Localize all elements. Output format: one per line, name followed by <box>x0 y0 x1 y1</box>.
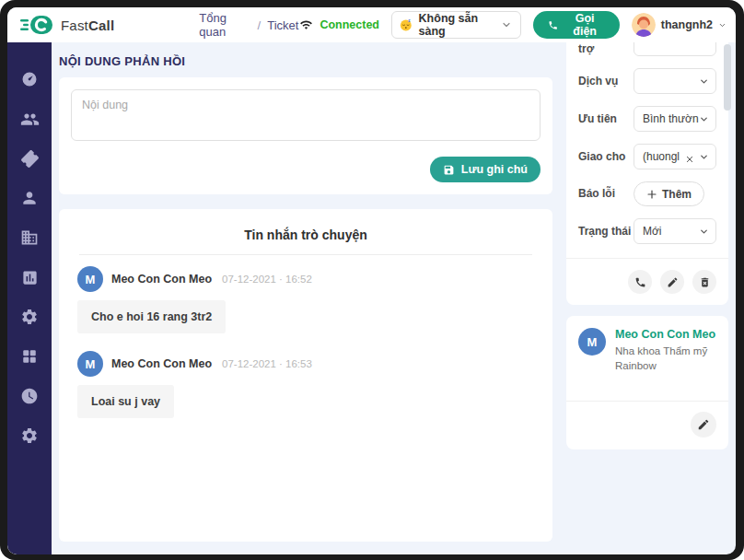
username-label: thangnh2 <box>661 18 713 31</box>
field-row-status: Trạng thái Mới <box>578 218 716 244</box>
breadcrumb-overview[interactable]: Tổng quan <box>199 11 250 39</box>
breadcrumb-separator: / <box>258 18 262 32</box>
field-row-error: Báo lỗi Thêm <box>578 181 716 206</box>
phone-icon <box>548 19 558 31</box>
field-row-assignee: Giao cho (huongl <box>578 144 716 169</box>
contact-name[interactable]: Meo Con Con Meo <box>615 328 715 341</box>
report-icon[interactable] <box>19 267 40 287</box>
chevron-down-icon <box>501 19 512 30</box>
contact-organization: Nha khoa Thẩm mỹ Rainbow <box>615 344 712 373</box>
field-label: Báo lỗi <box>578 187 634 201</box>
user-avatar <box>632 13 656 37</box>
contact-avatar: M <box>578 328 606 356</box>
ticket-actions <box>578 270 716 294</box>
priority-value: Bình thườn <box>643 112 699 125</box>
message-timestamp: 07-12-2021 · 16:52 <box>222 274 312 285</box>
save-note-label: Lưu ghi chú <box>461 163 528 176</box>
assignee-value: (huongl <box>643 150 686 163</box>
status-value: Mới <box>643 225 699 238</box>
window-frame: FastCall Tổng quan / Ticket Connected <box>0 0 744 560</box>
field-label: trợ <box>578 42 634 56</box>
message-timestamp: 07-12-2021 · 16:53 <box>222 358 312 369</box>
call-button[interactable]: Gọi điện <box>533 11 619 39</box>
apps-grid-icon[interactable] <box>19 346 40 367</box>
header-actions: Connected z Không sẵn sàng Gọi điệ <box>298 11 727 39</box>
config-gear-icon[interactable] <box>19 426 40 446</box>
chevron-down-icon <box>699 227 709 237</box>
fastcall-logo-icon <box>20 14 55 36</box>
edit-contact-button[interactable] <box>691 412 716 438</box>
call-button-label: Gọi điện <box>565 12 605 38</box>
people-icon[interactable] <box>19 109 40 129</box>
field-label: Ưu tiên <box>578 112 634 126</box>
message-bubble: Loai su j vay <box>77 385 174 418</box>
ticket-detail-card: trợ Dịch vụ Ưu tiên Bình thườn <box>566 42 728 305</box>
chat-card: Tin nhắn trò chuyện M Meo Con Con Meo 07… <box>59 209 552 542</box>
sidebar-nav <box>7 42 52 554</box>
save-note-button[interactable]: Lưu ghi chú <box>430 157 541 182</box>
top-bar: FastCall Tổng quan / Ticket Connected <box>7 7 736 42</box>
note-textarea[interactable] <box>71 89 541 141</box>
delete-ticket-button[interactable] <box>692 270 716 294</box>
feedback-card: Lưu ghi chú <box>59 77 552 194</box>
message-sender: Meo Con Con Meo <box>111 273 212 286</box>
panel-scrollbar[interactable] <box>724 44 731 111</box>
ticket-icon[interactable] <box>19 148 40 169</box>
chevron-down-icon <box>699 114 709 124</box>
connection-status-label: Connected <box>320 18 379 31</box>
status-select[interactable]: Mới <box>634 218 716 244</box>
pencil-icon <box>697 418 710 431</box>
ticket-panel: trợ Dịch vụ Ưu tiên Bình thườn <box>566 42 728 449</box>
chat-divider <box>79 254 532 255</box>
plus-icon <box>646 189 657 200</box>
edit-ticket-button[interactable] <box>660 270 684 294</box>
save-icon <box>443 164 455 176</box>
settings-icon[interactable] <box>19 307 40 327</box>
person-icon[interactable] <box>19 188 40 208</box>
history-clock-icon[interactable] <box>19 386 40 406</box>
message-bubble: Cho e hoi 16 rang 3tr2 <box>77 300 226 333</box>
sleepy-emoji-icon: z <box>400 18 413 32</box>
dashboard-icon[interactable] <box>19 69 40 89</box>
field-row-partial: trợ <box>578 42 716 56</box>
chat-message: M Meo Con Con Meo 07-12-2021 · 16:52 Cho… <box>74 266 538 345</box>
company-icon[interactable] <box>19 228 40 248</box>
field-row-priority: Ưu tiên Bình thườn <box>578 106 716 132</box>
message-sender: Meo Con Con Meo <box>111 357 212 370</box>
assignee-select[interactable]: (huongl <box>634 144 716 169</box>
chevron-down-icon <box>718 21 727 29</box>
service-select[interactable] <box>634 68 716 94</box>
priority-select[interactable]: Bình thườn <box>634 106 716 132</box>
call-contact-button[interactable] <box>628 270 652 294</box>
chat-title: Tin nhắn trò chuyện <box>74 228 538 242</box>
trash-icon <box>699 276 711 288</box>
user-menu[interactable]: thangnh2 <box>632 13 727 37</box>
chevron-down-icon <box>699 152 709 162</box>
brand-logo[interactable]: FastCall <box>20 14 114 36</box>
contact-divider <box>566 401 728 402</box>
phone-icon <box>634 276 646 288</box>
app-screen: FastCall Tổng quan / Ticket Connected <box>7 7 736 554</box>
clear-selection-icon[interactable] <box>686 156 693 163</box>
ticket-actions-divider <box>566 258 728 259</box>
agent-status-dropdown[interactable]: z Không sẵn sàng <box>391 11 521 39</box>
breadcrumb-ticket[interactable]: Ticket <box>267 18 298 32</box>
brand-name: FastCall <box>61 18 114 33</box>
field-label: Giao cho <box>578 150 634 164</box>
chevron-down-icon <box>699 76 709 87</box>
add-error-button[interactable]: Thêm <box>634 181 704 206</box>
contact-card: M Meo Con Con Meo Nha khoa Thẩm mỹ Rainb… <box>566 316 728 449</box>
svg-text:z: z <box>408 18 411 23</box>
field-label: Trạng thái <box>578 225 634 239</box>
message-avatar: M <box>77 351 103 377</box>
feedback-section-title: NỘI DUNG PHẢN HỒI <box>59 54 552 68</box>
connection-status: Connected <box>298 18 379 31</box>
field-row-service: Dịch vụ <box>578 68 716 94</box>
chat-message: M Meo Con Con Meo 07-12-2021 · 16:53 Loa… <box>74 351 538 430</box>
support-input[interactable] <box>634 42 716 56</box>
breadcrumb: Tổng quan / Ticket <box>199 11 298 39</box>
wifi-icon <box>298 18 314 31</box>
message-avatar: M <box>77 266 103 292</box>
agent-status-value: Không sẵn sàng <box>419 12 495 38</box>
field-label: Dịch vụ <box>578 75 634 88</box>
